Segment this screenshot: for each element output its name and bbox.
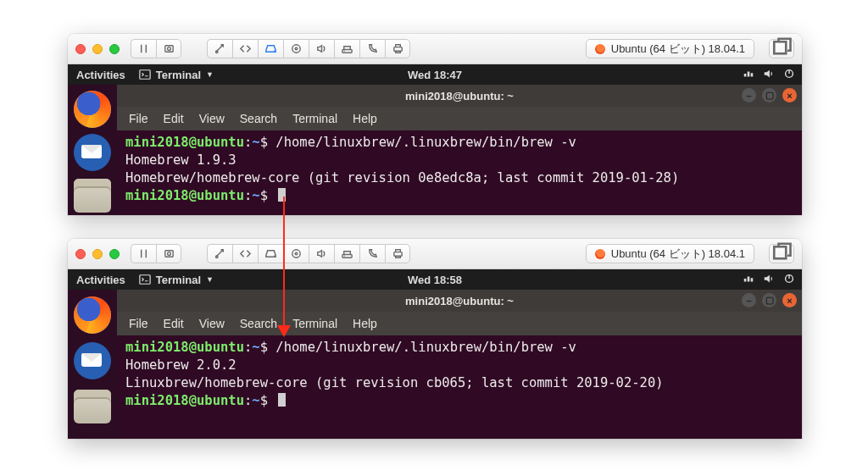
win-minimize-icon[interactable]: –	[742, 88, 756, 102]
svg-point-11	[167, 252, 170, 256]
dock-files[interactable]	[72, 177, 113, 215]
thunderbird-icon	[74, 134, 111, 171]
cd-icon[interactable]	[283, 244, 309, 263]
vm-tab-label: Ubuntu (64 ビット) 18.04.1	[611, 42, 745, 57]
menu-help[interactable]: Help	[353, 112, 377, 125]
pause-button[interactable]	[131, 39, 156, 58]
dock	[68, 290, 117, 439]
svg-rect-18	[140, 275, 150, 285]
network-icon[interactable]	[334, 39, 359, 58]
pause-button[interactable]	[131, 244, 156, 263]
dock-firefox[interactable]	[72, 295, 113, 335]
firefox-icon	[74, 296, 111, 334]
win-maximize-icon[interactable]: ▢	[762, 293, 776, 307]
files-icon	[74, 179, 111, 213]
svg-rect-16	[393, 252, 401, 257]
settings-icon[interactable]	[207, 39, 232, 58]
firefox-icon	[74, 91, 111, 128]
menu-view[interactable]: View	[199, 317, 225, 330]
power-icon[interactable]	[783, 273, 795, 287]
win-maximize-icon[interactable]: ▢	[762, 88, 776, 102]
annotation-arrow	[283, 196, 285, 335]
terminal-body[interactable]: mini2018@ubuntu:~$ /home/linuxbrew/.linu…	[117, 130, 802, 208]
vm-window-before: Ubuntu (64 ビット) 18.04.1 Activities Termi…	[68, 34, 802, 215]
terminal-titlebar[interactable]: mini2018@ubuntu: ~ – ▢ ×	[117, 85, 802, 107]
terminal-window: mini2018@ubuntu: ~ – ▢ × File Edit View …	[117, 290, 802, 413]
menu-search[interactable]: Search	[240, 112, 277, 125]
terminal-output: Linuxbrew/homebrew-core (git revision cb…	[125, 374, 793, 392]
dock-firefox[interactable]	[72, 90, 113, 128]
dock-thunderbird[interactable]	[72, 340, 113, 381]
menu-terminal[interactable]: Terminal	[292, 317, 337, 330]
minimize-icon[interactable]	[92, 249, 103, 259]
menu-file[interactable]: File	[129, 112, 148, 125]
svg-rect-8	[140, 70, 150, 80]
hard-disk-icon[interactable]	[258, 244, 283, 263]
gnome-topbar: Activities Terminal ▼ Wed 18:47	[68, 64, 802, 85]
app-menu[interactable]: Terminal ▼	[137, 69, 215, 81]
activities-button[interactable]: Activities	[75, 274, 127, 286]
mac-toolbar: Ubuntu (64 ビット) 18.04.1	[68, 34, 802, 64]
volume-status-icon[interactable]	[763, 68, 775, 82]
terminal-line: mini2018@ubuntu:~$	[125, 392, 793, 410]
terminal-output: Homebrew 2.0.2	[125, 357, 793, 374]
minimize-icon[interactable]	[92, 44, 103, 54]
printer-icon[interactable]	[385, 244, 410, 263]
command-text: /home/linuxbrew/.linuxbrew/bin/brew -v	[275, 340, 576, 355]
menu-file[interactable]: File	[129, 317, 148, 330]
hard-disk-icon[interactable]	[258, 39, 283, 58]
sound-icon[interactable]	[309, 244, 334, 263]
svg-rect-17	[774, 246, 786, 258]
printer-icon[interactable]	[385, 39, 410, 58]
vm-tab[interactable]: Ubuntu (64 ビット) 18.04.1	[586, 39, 754, 58]
menu-terminal[interactable]: Terminal	[292, 112, 337, 125]
menu-edit[interactable]: Edit	[164, 317, 184, 330]
app-menu[interactable]: Terminal ▼	[137, 274, 215, 286]
thunderbird-icon	[74, 342, 111, 379]
windows-button[interactable]	[769, 244, 794, 263]
network-status-icon[interactable]	[743, 68, 754, 82]
windows-button[interactable]	[769, 39, 794, 58]
activities-button[interactable]: Activities	[75, 69, 127, 81]
terminal-line: mini2018@ubuntu:~$ /home/linuxbrew/.linu…	[125, 134, 793, 152]
terminal-titlebar[interactable]: mini2018@ubuntu: ~ – ▢ ×	[117, 290, 802, 312]
settings-icon[interactable]	[207, 244, 232, 263]
win-minimize-icon[interactable]: –	[742, 293, 756, 307]
menu-search[interactable]: Search	[240, 317, 277, 330]
sound-icon[interactable]	[309, 39, 334, 58]
menu-edit[interactable]: Edit	[164, 112, 184, 125]
terminal-body[interactable]: mini2018@ubuntu:~$ /home/linuxbrew/.linu…	[117, 335, 802, 413]
snapshot-button[interactable]	[156, 39, 181, 58]
phone-icon[interactable]	[359, 244, 385, 263]
svg-point-1	[167, 47, 170, 51]
network-status-icon[interactable]	[743, 273, 754, 287]
menu-view[interactable]: View	[199, 112, 225, 125]
app-menu-label: Terminal	[156, 274, 201, 286]
close-icon[interactable]	[75, 44, 86, 54]
zoom-icon[interactable]	[109, 249, 120, 259]
network-icon[interactable]	[334, 244, 359, 263]
cd-icon[interactable]	[283, 39, 309, 58]
command-text: /home/linuxbrew/.linuxbrew/bin/brew -v	[275, 135, 576, 150]
code-icon[interactable]	[232, 39, 258, 58]
phone-icon[interactable]	[359, 39, 385, 58]
close-icon[interactable]	[75, 249, 86, 259]
menu-help[interactable]: Help	[353, 317, 377, 330]
volume-status-icon[interactable]	[763, 273, 775, 287]
snapshot-button[interactable]	[156, 244, 181, 263]
dock	[68, 85, 117, 215]
dock-files[interactable]	[72, 386, 113, 427]
files-icon	[74, 390, 111, 423]
power-icon[interactable]	[783, 68, 795, 82]
zoom-icon[interactable]	[109, 44, 120, 54]
win-close-icon[interactable]: ×	[782, 293, 797, 307]
ubuntu-logo-icon	[595, 249, 605, 259]
code-icon[interactable]	[232, 244, 258, 263]
dock-thunderbird[interactable]	[72, 133, 113, 171]
vm-tab[interactable]: Ubuntu (64 ビット) 18.04.1	[586, 244, 754, 263]
mac-toolbar: Ubuntu (64 ビット) 18.04.1	[68, 239, 802, 269]
terminal-icon	[139, 274, 151, 285]
terminal-menubar: File Edit View Search Terminal Help	[117, 107, 802, 130]
win-close-icon[interactable]: ×	[782, 88, 797, 102]
svg-rect-10	[164, 251, 172, 257]
